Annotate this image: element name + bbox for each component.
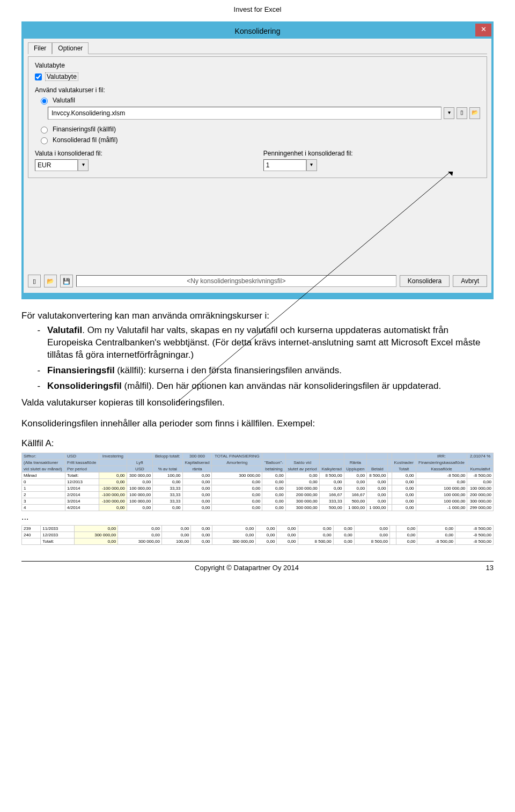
valuta-label: Valuta i konsoliderad fil: bbox=[35, 150, 102, 157]
radio-valutafil-label: Valutafil bbox=[53, 97, 75, 104]
penningenhet-select[interactable] bbox=[263, 159, 306, 171]
valutabyte-label: Valutabyte bbox=[45, 72, 78, 81]
footer-page-number: 13 bbox=[472, 564, 494, 572]
konsolidering-dialog: Konsolidering ✕ Filer Optioner Valutabyt… bbox=[21, 21, 494, 299]
radio-valutafil[interactable] bbox=[41, 98, 48, 105]
paragraph-periods: Konsolideringsfilen innehåller alla peri… bbox=[21, 418, 494, 430]
use-rates-label: Använd valutakurser i fil: bbox=[35, 86, 480, 94]
source-table-a-continued: 23911/20330,000,000,000,000,000,000,000,… bbox=[21, 525, 494, 545]
penningenhet-dropdown-button[interactable]: ▾ bbox=[306, 159, 317, 171]
source-a-label: Källfil A: bbox=[21, 438, 494, 450]
source-table-a: Siffror:USDInvesteringBelopp totalt:300 … bbox=[21, 453, 494, 511]
dialog-titlebar: Konsolidering ✕ bbox=[24, 24, 491, 39]
penningenhet-label: Penningenhet i konsoliderad fil: bbox=[263, 150, 353, 157]
radio-finansieringsfil[interactable] bbox=[41, 127, 48, 134]
konsolidera-button[interactable]: Konsolidera bbox=[400, 275, 450, 287]
radio-finansieringsfil-label: Finansieringsfil (källfil) bbox=[53, 126, 116, 133]
ellipsis: ... bbox=[21, 512, 494, 522]
config-name-input[interactable] bbox=[76, 275, 396, 287]
radio-konsolideradfil[interactable] bbox=[41, 137, 48, 144]
tab-optioner[interactable]: Optioner bbox=[52, 42, 89, 54]
footer-copyright: Copyright © Datapartner Oy 2014 bbox=[21, 564, 472, 572]
tab-strip: Filer Optioner bbox=[28, 42, 487, 54]
save-config-icon[interactable]: 💾 bbox=[60, 275, 73, 287]
radio-konsolideradfil-label: Konsoliderad fil (målfil) bbox=[53, 136, 117, 144]
bullet-konsolideringsfil: Konsolideringsfil (målfil). Den här opti… bbox=[43, 380, 494, 393]
valutabyte-checkbox[interactable] bbox=[35, 73, 42, 80]
valutabyte-group: Valutabyte Valutabyte Använd valutakurse… bbox=[28, 56, 487, 178]
valuta-select[interactable] bbox=[35, 159, 78, 171]
file-dropdown-button[interactable]: ▾ bbox=[444, 107, 454, 119]
tab-filer[interactable]: Filer bbox=[28, 42, 52, 54]
avbryt-button[interactable]: Avbryt bbox=[453, 275, 487, 287]
new-file-icon[interactable]: ▯ bbox=[457, 107, 467, 119]
intro-line: För valutakonvertering kan man använda o… bbox=[21, 310, 494, 322]
close-button[interactable]: ✕ bbox=[475, 24, 491, 36]
bullet-valutafil: Valutafil. Om ny Valutafil har valts, sk… bbox=[43, 324, 494, 361]
paragraph-copy-rates: Valda valutakurser kopieras till konsoli… bbox=[21, 397, 494, 409]
bullet-finansieringsfil: Finansieringsfil (källfil): kurserna i d… bbox=[43, 365, 494, 377]
new-config-icon[interactable]: ▯ bbox=[28, 275, 41, 287]
doc-header: Invest for Excel bbox=[21, 5, 494, 13]
dialog-title: Konsolidering bbox=[235, 27, 281, 35]
valuta-dropdown-button[interactable]: ▾ bbox=[78, 159, 89, 171]
open-config-icon[interactable]: 📂 bbox=[44, 275, 57, 287]
valutafil-path-input[interactable] bbox=[48, 107, 442, 120]
group-legend: Valutabyte bbox=[33, 62, 67, 69]
open-file-icon[interactable]: 📂 bbox=[469, 107, 480, 119]
body-text: För valutakonvertering kan man använda o… bbox=[21, 310, 494, 449]
page-footer: Copyright © Datapartner Oy 2014 13 bbox=[21, 564, 494, 572]
